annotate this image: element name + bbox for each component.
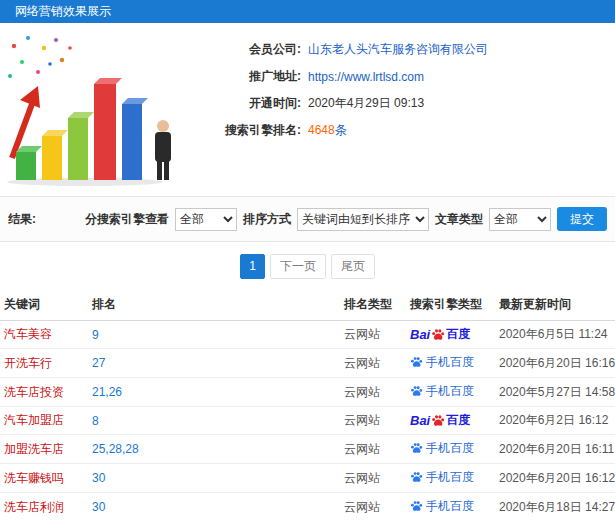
ranking-count: 4648 (308, 123, 335, 137)
rank-link[interactable]: 30 (92, 471, 105, 485)
col-header-rank-type: 排名类型 (340, 289, 406, 321)
mobile-baidu-text: 手机百度 (426, 469, 474, 486)
keyword-cell: 洗车店投资 (0, 378, 88, 407)
col-header-keyword: 关键词 (0, 289, 88, 321)
engine-filter-label: 分搜索引擎查看 (85, 211, 169, 228)
mobile-baidu-text: 手机百度 (426, 498, 474, 515)
ranking-label: 搜索引擎排名: (190, 122, 308, 139)
mobile-baidu-text: 手机百度 (426, 354, 474, 371)
engine-cell: Bai 百度 (406, 321, 495, 349)
engine-cell: 手机百度 (406, 493, 495, 520)
open-time-value: 2020年4月29日 09:13 (308, 95, 424, 112)
mobile-baidu-icon (410, 442, 423, 455)
bar-chart-illustration (0, 28, 190, 188)
update-time-cell: 2020年6月2日 16:12 (495, 407, 615, 435)
info-panel: 会员公司: 山东老人头汽车服务咨询有限公司 推广地址: https://www.… (0, 23, 615, 190)
rank-type-cell: 云网站 (340, 378, 406, 407)
update-time-cell: 2020年6月20日 16:12 (495, 464, 615, 493)
page-title: 网络营销效果展示 (15, 4, 111, 18)
mobile-baidu-text: 手机百度 (426, 440, 474, 457)
update-time-cell: 2020年6月20日 16:11 (495, 435, 615, 464)
rank-link[interactable]: 8 (92, 414, 99, 428)
engine-cell: 手机百度 (406, 378, 495, 407)
rank-cell: 25,28,28 (88, 435, 340, 464)
member-info: 会员公司: 山东老人头汽车服务咨询有限公司 推广地址: https://www.… (190, 28, 615, 144)
keyword-cell: 汽车加盟店 (0, 407, 88, 435)
engine-cell: 手机百度 (406, 349, 495, 378)
rank-type-cell: 云网站 (340, 464, 406, 493)
table-row: 洗车店投资 21,26 云网站 手机百度 2020年5月27日 14:58 (0, 378, 615, 407)
results-table: 关键词 排名 排名类型 搜索引擎类型 最新更新时间 汽车美容 9 云网站 Bai… (0, 289, 615, 520)
table-row: 汽车加盟店 8 云网站 Bai 百度 2020年6月2日 16:12 (0, 407, 615, 435)
baidu-paw-icon (431, 328, 445, 342)
page-button-current[interactable]: 1 (240, 254, 265, 279)
table-row: 汽车美容 9 云网站 Bai 百度 2020年6月5日 11:24 (0, 321, 615, 349)
promo-url-label: 推广地址: (190, 68, 308, 85)
article-type-select[interactable]: 全部 (489, 208, 551, 231)
filter-bar: 结果: 分搜索引擎查看 全部 排序方式 关键词由短到长排序 文章类型 全部 提交 (0, 196, 615, 242)
baidu-logo-text-cn: 百度 (446, 412, 470, 429)
engine-cell: 手机百度 (406, 435, 495, 464)
businessman-figure (155, 120, 171, 180)
mobile-baidu-label: 手机百度 (410, 469, 474, 486)
engine-cell: 手机百度 (406, 464, 495, 493)
mobile-baidu-icon (410, 385, 423, 398)
filter-controls: 分搜索引擎查看 全部 排序方式 关键词由短到长排序 文章类型 全部 提交 (85, 207, 607, 231)
ranking-value[interactable]: 4648条 (308, 122, 347, 139)
rank-link[interactable]: 27 (92, 356, 105, 370)
update-time-cell: 2020年5月27日 14:58 (495, 378, 615, 407)
baidu-paw-icon (431, 414, 445, 428)
growth-chart-image (0, 28, 190, 188)
submit-button[interactable]: 提交 (557, 207, 607, 231)
results-table-body: 汽车美容 9 云网站 Bai 百度 2020年6月5日 11:24 开洗车行 2… (0, 321, 615, 520)
rank-cell: 30 (88, 493, 340, 520)
company-link[interactable]: 山东老人头汽车服务咨询有限公司 (308, 41, 488, 58)
col-header-engine-type: 搜索引擎类型 (406, 289, 495, 321)
sort-filter-label: 排序方式 (243, 211, 291, 228)
info-row-company: 会员公司: 山东老人头汽车服务咨询有限公司 (190, 36, 615, 63)
rank-cell: 9 (88, 321, 340, 349)
update-time-cell: 2020年6月20日 16:16 (495, 349, 615, 378)
mobile-baidu-label: 手机百度 (410, 498, 474, 515)
info-row-url: 推广地址: https://www.lrtlsd.com (190, 63, 615, 90)
engine-filter-select[interactable]: 全部 (175, 208, 237, 231)
keyword-cell: 加盟洗车店 (0, 435, 88, 464)
table-row: 开洗车行 27 云网站 手机百度 2020年6月20日 16:16 (0, 349, 615, 378)
rank-link[interactable]: 30 (92, 500, 105, 514)
rank-link[interactable]: 21,26 (92, 385, 122, 399)
col-header-update-time: 最新更新时间 (495, 289, 615, 321)
table-row: 洗车赚钱吗 30 云网站 手机百度 2020年6月20日 16:12 (0, 464, 615, 493)
mobile-baidu-icon (410, 471, 423, 484)
article-type-label: 文章类型 (435, 211, 483, 228)
rank-type-cell: 云网站 (340, 435, 406, 464)
results-section-label: 结果: (8, 211, 36, 228)
rank-type-cell: 云网站 (340, 493, 406, 520)
page-header: 网络营销效果展示 (0, 0, 615, 23)
ranking-unit: 条 (335, 123, 347, 137)
rank-cell: 21,26 (88, 378, 340, 407)
mobile-baidu-icon (410, 356, 423, 369)
baidu-logo-text-cn: 百度 (446, 326, 470, 343)
promo-url-link[interactable]: https://www.lrtlsd.com (308, 70, 424, 84)
rank-cell: 27 (88, 349, 340, 378)
keyword-cell: 汽车美容 (0, 321, 88, 349)
rank-link[interactable]: 25,28,28 (92, 442, 139, 456)
table-row: 洗车店利润 30 云网站 手机百度 2020年6月18日 14:27 (0, 493, 615, 520)
keyword-cell: 开洗车行 (0, 349, 88, 378)
open-time-label: 开通时间: (190, 95, 308, 112)
baidu-logo-text-en: Bai (410, 327, 430, 342)
mobile-baidu-text: 手机百度 (426, 383, 474, 400)
update-time-cell: 2020年6月5日 11:24 (495, 321, 615, 349)
keyword-cell: 洗车赚钱吗 (0, 464, 88, 493)
keyword-cell: 洗车店利润 (0, 493, 88, 520)
sort-filter-select[interactable]: 关键词由短到长排序 (297, 208, 429, 231)
rank-link[interactable]: 9 (92, 328, 99, 342)
update-time-cell: 2020年6月18日 14:27 (495, 493, 615, 520)
mobile-baidu-label: 手机百度 (410, 440, 474, 457)
engine-cell: Bai 百度 (406, 407, 495, 435)
table-row: 加盟洗车店 25,28,28 云网站 手机百度 2020年6月20日 16:11 (0, 435, 615, 464)
confetti-dots (8, 36, 72, 78)
last-page-button[interactable]: 尾页 (331, 254, 375, 279)
next-page-button[interactable]: 下一页 (270, 254, 326, 279)
table-header-row: 关键词 排名 排名类型 搜索引擎类型 最新更新时间 (0, 289, 615, 321)
